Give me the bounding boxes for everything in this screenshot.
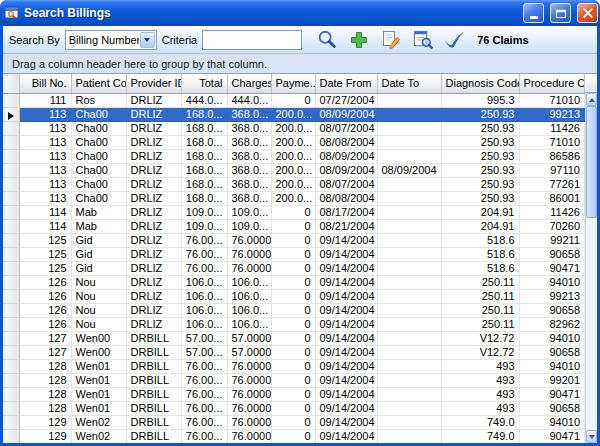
cell[interactable]: 125 — [19, 247, 71, 261]
cell[interactable]: Gid — [71, 247, 126, 261]
cell[interactable]: 09/14/2004 — [315, 387, 377, 401]
cell[interactable]: 128 — [19, 387, 71, 401]
cell[interactable]: 09/14/2004 — [315, 233, 377, 247]
cell[interactable]: 90658 — [519, 247, 585, 261]
cell[interactable]: 250.11 — [441, 317, 519, 331]
cell[interactable]: DRLIZ — [126, 121, 181, 135]
edit-billing-button[interactable] — [377, 27, 404, 52]
table-row[interactable]: 113Cha00DRLIZ168.0...368.0...200.0...08/… — [3, 163, 585, 177]
cell[interactable]: DRBILL — [126, 331, 181, 345]
table-row[interactable]: 126NouDRLIZ106.0...106.0...009/14/200425… — [3, 289, 585, 303]
search-by-combobox[interactable]: Billing Number — [65, 30, 157, 50]
cell[interactable]: 106.0... — [181, 289, 227, 303]
cell[interactable]: 168.0... — [181, 177, 227, 191]
cell[interactable]: 113 — [19, 177, 71, 191]
cell[interactable]: 76.0000 — [227, 233, 271, 247]
cell[interactable]: 57.00... — [181, 331, 227, 345]
cell[interactable]: 09/14/2004 — [315, 289, 377, 303]
cell[interactable]: 126 — [19, 289, 71, 303]
cell[interactable]: 09/14/2004 — [315, 331, 377, 345]
cell[interactable]: 76.00... — [181, 261, 227, 275]
column-header-bill-no[interactable]: Bill No. — [19, 74, 71, 93]
cell[interactable]: 08/21/2004 — [315, 219, 377, 233]
cell[interactable]: Wen02 — [71, 415, 126, 429]
cell[interactable]: 125 — [19, 261, 71, 275]
cell[interactable]: 76.0000 — [227, 261, 271, 275]
table-row[interactable]: 113Cha00DRLIZ168.0...368.0...200.0...08/… — [3, 107, 585, 121]
cell[interactable]: 0 — [271, 401, 315, 415]
cell[interactable]: 71010 — [519, 135, 585, 149]
cell[interactable]: V12.72 — [441, 345, 519, 359]
cell[interactable]: 76.00... — [181, 415, 227, 429]
cell[interactable]: 168.0... — [181, 121, 227, 135]
cell[interactable] — [377, 415, 441, 429]
row-indicator-cell[interactable] — [3, 429, 19, 443]
column-header-charges[interactable]: Charges — [227, 74, 271, 93]
cell[interactable]: 126 — [19, 303, 71, 317]
table-row[interactable]: 127Wen00DRBILL57.00...57.0000009/14/2004… — [3, 345, 585, 359]
cell[interactable]: 09/14/2004 — [315, 373, 377, 387]
cell[interactable]: 106.0... — [227, 275, 271, 289]
row-indicator-cell[interactable] — [3, 317, 19, 331]
cell[interactable]: 09/14/2004 — [315, 317, 377, 331]
cell[interactable]: 76.0000 — [227, 247, 271, 261]
cell[interactable]: DRLIZ — [126, 289, 181, 303]
cell[interactable] — [377, 401, 441, 415]
table-row[interactable]: 113Cha00DRLIZ168.0...368.0...200.0...08/… — [3, 149, 585, 163]
cell[interactable]: 368.0... — [227, 191, 271, 205]
cell[interactable]: 749.0 — [441, 415, 519, 429]
row-indicator-cell[interactable] — [3, 331, 19, 345]
view-claim-button[interactable] — [409, 27, 436, 52]
cell[interactable] — [377, 429, 441, 443]
cell[interactable] — [377, 261, 441, 275]
cell[interactable]: 77261 — [519, 177, 585, 191]
cell[interactable]: 250.93 — [441, 107, 519, 121]
cell[interactable]: 129 — [19, 415, 71, 429]
cell[interactable]: 106.0... — [181, 317, 227, 331]
table-row[interactable]: 113Cha00DRLIZ168.0...368.0...200.0...08/… — [3, 135, 585, 149]
column-header-diagnosis-code[interactable]: Diagnosis Code — [441, 74, 519, 93]
column-header-patient-code[interactable]: Patient Code — [71, 74, 126, 93]
close-button[interactable] — [577, 3, 598, 23]
cell[interactable]: Nou — [71, 289, 126, 303]
cell[interactable]: 76.00... — [181, 387, 227, 401]
cell[interactable]: 90471 — [519, 429, 585, 443]
cell[interactable]: Nou — [71, 275, 126, 289]
cell[interactable] — [377, 149, 441, 163]
row-indicator-cell[interactable] — [3, 205, 19, 219]
cell[interactable]: 08/07/2004 — [315, 177, 377, 191]
cell[interactable] — [377, 93, 441, 107]
cell[interactable]: 444.0... — [181, 93, 227, 107]
table-row[interactable]: 113Cha00DRLIZ168.0...368.0...200.0...08/… — [3, 121, 585, 135]
cell[interactable]: 368.0... — [227, 107, 271, 121]
cell[interactable]: 0 — [271, 387, 315, 401]
cell[interactable]: 250.11 — [441, 303, 519, 317]
cell[interactable]: 94010 — [519, 359, 585, 373]
table-row[interactable]: 128Wen01DRBILL76.00...76.0000009/14/2004… — [3, 359, 585, 373]
cell[interactable]: 90471 — [519, 261, 585, 275]
cell[interactable]: 86586 — [519, 149, 585, 163]
cell[interactable]: 94010 — [519, 415, 585, 429]
cell[interactable]: Cha00 — [71, 107, 126, 121]
cell[interactable] — [377, 289, 441, 303]
cell[interactable]: 0 — [271, 289, 315, 303]
row-indicator-cell[interactable] — [3, 135, 19, 149]
cell[interactable]: 128 — [19, 401, 71, 415]
cell[interactable]: 493 — [441, 387, 519, 401]
cell[interactable]: 76.00... — [181, 247, 227, 261]
cell[interactable]: 97110 — [519, 163, 585, 177]
cell[interactable]: 76.00... — [181, 359, 227, 373]
cell[interactable]: Ros — [71, 93, 126, 107]
row-indicator-cell[interactable] — [3, 401, 19, 415]
cell[interactable]: 368.0... — [227, 135, 271, 149]
cell[interactable]: DRLIZ — [126, 163, 181, 177]
table-row[interactable]: 128Wen01DRBILL76.00...76.0000009/14/2004… — [3, 373, 585, 387]
column-header-payme[interactable]: Payme... — [271, 74, 315, 93]
search-button[interactable] — [313, 27, 340, 52]
cell[interactable]: 0 — [271, 331, 315, 345]
cell[interactable]: 08/09/2004 — [315, 163, 377, 177]
cell[interactable]: 113 — [19, 149, 71, 163]
cell[interactable]: 09/14/2004 — [315, 401, 377, 415]
cell[interactable]: 106.0... — [227, 303, 271, 317]
column-header-date-to[interactable]: Date To — [377, 74, 441, 93]
